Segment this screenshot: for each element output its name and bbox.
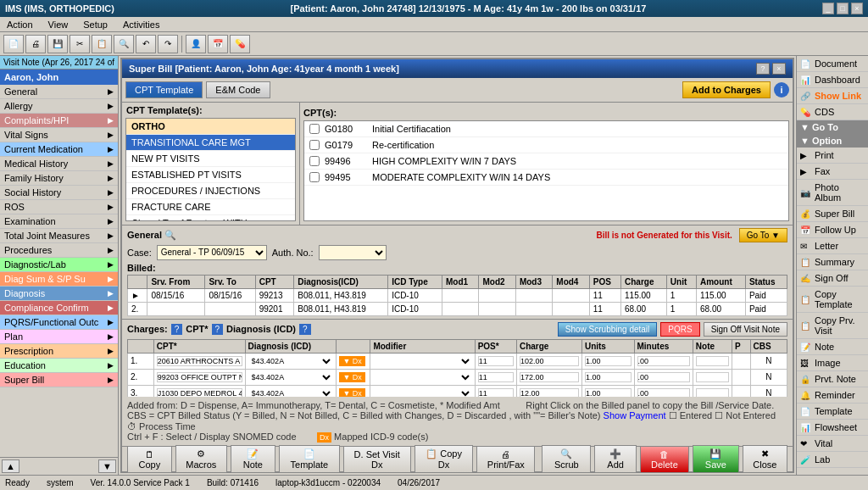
nav-general[interactable]: General▶ (0, 85, 118, 99)
charge-modifier-select-3[interactable] (373, 387, 471, 398)
bottom-set-visit-dx-btn[interactable]: D. Set Visit Dx (343, 446, 411, 473)
charge-diag-select-2[interactable]: $43.402A (248, 370, 334, 384)
bottom-copy-dx-btn[interactable]: 📋 Copy Dx (415, 445, 474, 473)
right-summary-btn[interactable]: 📋Summary (797, 254, 868, 270)
menu-setup[interactable]: Setup (80, 19, 111, 31)
diag-question[interactable]: ? (299, 324, 311, 335)
show-scrubbing-btn[interactable]: Show Scrubbing detail (558, 322, 658, 337)
charge-pos-2[interactable] (475, 369, 516, 385)
case-select[interactable]: General - TP 06/09/15 (157, 245, 267, 260)
charge-note-input-2[interactable] (696, 372, 729, 382)
right-image-btn[interactable]: 🖼Image (797, 355, 868, 371)
show-payment-link[interactable]: Show Payment (604, 410, 666, 420)
charge-units-1[interactable] (581, 353, 634, 369)
nav-pqrs[interactable]: PQRS/Functional Outc▶ (0, 315, 118, 330)
charge-diag-3[interactable]: $43.402A (245, 385, 337, 397)
right-reminder-btn[interactable]: 🔔Reminder (797, 387, 868, 404)
charge-charge-input-3[interactable] (520, 388, 579, 398)
right-template-btn[interactable]: 📄Template (797, 404, 868, 420)
dialog-help-btn[interactable]: ? (756, 63, 770, 75)
right-show-link-btn[interactable]: 🔗Show Link (797, 88, 868, 104)
nav-up-btn[interactable]: ▲ (2, 459, 19, 473)
right-lab-btn[interactable]: 🧪Lab (797, 452, 868, 468)
right-option-header[interactable]: ▼Option (797, 134, 868, 148)
toolbar-btn-8[interactable]: ↷ (158, 35, 178, 53)
right-copy-visit-btn[interactable]: 📋Copy Prv. Visit (797, 313, 868, 339)
charge-cpt-1[interactable] (153, 353, 245, 369)
nav-plan[interactable]: Plan▶ (0, 330, 118, 344)
charge-minutes-input-1[interactable] (637, 356, 690, 366)
nav-diag-sum[interactable]: Diag Sum & S/P Su▶ (0, 272, 118, 287)
charge-diag-select-1[interactable]: $43.402A (248, 354, 334, 368)
nav-complaints[interactable]: Complaints/HPI▶ (0, 114, 118, 128)
toolbar-btn-5[interactable]: 📋 (92, 35, 112, 53)
toolbar-btn-3[interactable]: 💾 (47, 35, 68, 53)
auth-select[interactable] (319, 245, 387, 260)
nav-compliance[interactable]: Compliance Confirm▶ (0, 301, 118, 315)
dialog-close-btn[interactable]: × (772, 63, 786, 75)
right-dashboard-btn[interactable]: 📊Dashboard (797, 72, 868, 88)
toolbar-btn-10[interactable]: 📅 (208, 35, 228, 53)
charge-cpt-input-2[interactable] (157, 372, 242, 382)
charge-modifier-1[interactable] (370, 353, 475, 369)
minimize-btn[interactable]: _ (822, 3, 834, 14)
nav-diagnosis[interactable]: Diagnosis▶ (0, 287, 118, 301)
bottom-macros-btn[interactable]: ⚙ Macros (175, 445, 227, 473)
right-superbill-btn[interactable]: 💰Super Bill (797, 206, 868, 222)
toolbar-btn-4[interactable]: ✂ (70, 35, 90, 53)
charge-note-2[interactable] (693, 369, 732, 385)
charge-units-3[interactable] (581, 385, 634, 397)
charge-modifier-select-2[interactable] (373, 370, 471, 384)
charge-pos-input-3[interactable] (478, 388, 514, 398)
cpt-question[interactable]: ? (212, 324, 224, 335)
right-fax-btn[interactable]: ▶Fax (797, 164, 868, 180)
charge-charge-1[interactable] (516, 353, 581, 369)
info-btn[interactable]: i (774, 82, 789, 97)
bottom-scrub-btn[interactable]: 🔍 Scrub (542, 445, 591, 473)
bottom-note-btn[interactable]: 📝 Note (231, 445, 275, 473)
template-item-new-pt[interactable]: NEW PT VISITS (126, 151, 295, 167)
charge-cpt-input-3[interactable] (157, 388, 242, 398)
charge-note-3[interactable] (693, 385, 732, 397)
toolbar-btn-1[interactable]: 📄 (3, 35, 24, 53)
tab-cpt-template[interactable]: CPT Template (125, 81, 203, 98)
charge-charge-2[interactable] (516, 369, 581, 385)
nav-family-history[interactable]: Family History▶ (0, 171, 118, 186)
charge-diag-select-3[interactable]: $43.402A (248, 387, 334, 398)
template-item-procedures[interactable]: PROCEDURES / INJECTIONS (126, 183, 295, 199)
charge-units-2[interactable] (581, 369, 634, 385)
charge-minutes-2[interactable] (634, 369, 693, 385)
nav-education[interactable]: Education▶ (0, 359, 118, 373)
bottom-close-btn[interactable]: ✖ Close (743, 445, 787, 473)
patient-name-header[interactable]: Aaron, John (0, 70, 118, 85)
cpt-check-g0180[interactable] (309, 124, 320, 134)
right-note-btn[interactable]: 📝Note (797, 339, 868, 355)
menu-view[interactable]: View (45, 19, 72, 31)
add-charges-btn[interactable]: Add to Charges (682, 81, 771, 98)
bottom-delete-btn[interactable]: 🗑 Delete (640, 446, 689, 473)
charge-modifier-3[interactable] (370, 385, 475, 397)
nav-vitals[interactable]: Vital Signs▶ (0, 128, 118, 142)
charge-note-input-1[interactable] (696, 356, 729, 366)
menu-action[interactable]: Action (3, 19, 36, 31)
nav-super-bill[interactable]: Super Bill▶ (0, 373, 118, 387)
charge-pos-input-2[interactable] (478, 372, 514, 382)
nav-examination[interactable]: Examination▶ (0, 214, 118, 229)
charge-pos-3[interactable] (475, 385, 516, 397)
charge-cpt-2[interactable] (153, 369, 245, 385)
charges-question[interactable]: ? (171, 324, 183, 335)
nav-down-btn[interactable]: ▼ (98, 459, 116, 473)
charge-pos-input-1[interactable] (478, 356, 514, 366)
nav-diagnostic[interactable]: Diagnostic/Lab▶ (0, 258, 118, 272)
cpt-check-g0179[interactable] (309, 140, 320, 150)
charge-units-input-2[interactable] (585, 372, 632, 382)
cpt-check-99495[interactable] (309, 172, 320, 182)
charge-note-input-3[interactable] (696, 388, 729, 398)
charge-modifier-select-1[interactable] (373, 354, 471, 368)
charge-minutes-1[interactable] (634, 353, 693, 369)
go-to-btn[interactable]: Go To ▼ (739, 228, 787, 242)
close-btn[interactable]: × (851, 3, 863, 14)
toolbar-btn-11[interactable]: 💊 (230, 35, 250, 53)
dx-btn-3[interactable]: ▼ Dx (339, 388, 364, 398)
bottom-save-btn[interactable]: 💾 Save (693, 445, 739, 473)
